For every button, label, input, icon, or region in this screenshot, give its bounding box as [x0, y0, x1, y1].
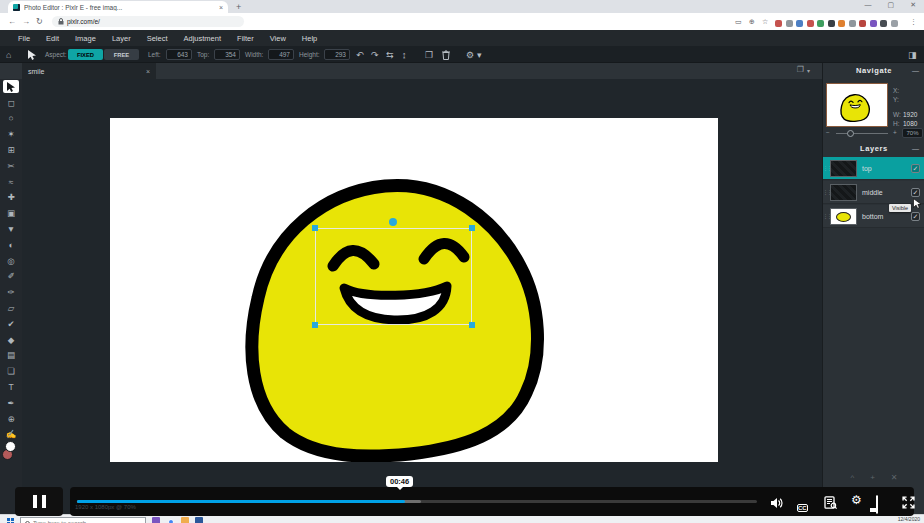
width-input[interactable] [268, 49, 294, 60]
navigate-minimize-icon[interactable]: — [912, 67, 919, 74]
zoom-slider-knob[interactable] [847, 130, 854, 137]
extension-icon[interactable] [828, 20, 835, 27]
player-settings-icon[interactable]: ⚙ [851, 494, 862, 506]
drag-handle-icon[interactable]: ⋮⋮ [823, 213, 830, 219]
tool-gradient[interactable]: ▤ [0, 348, 22, 364]
menu-layer[interactable]: Layer [104, 34, 139, 43]
home-icon[interactable]: ⌂ [6, 46, 11, 63]
extension-icon[interactable] [838, 20, 845, 27]
captions-icon[interactable]: CC [797, 496, 808, 514]
delete-icon[interactable] [442, 46, 450, 63]
tool-brush[interactable]: ✑ [0, 284, 22, 300]
zoom-page-icon[interactable]: ⊕ [749, 18, 755, 26]
drag-handle-icon[interactable]: ⋮⋮ [823, 165, 830, 171]
pause-button[interactable] [15, 487, 63, 516]
tool-arrange[interactable] [0, 79, 22, 95]
tool-pen[interactable]: ✐ [0, 269, 22, 285]
fullscreen-icon[interactable] [902, 495, 915, 513]
menu-image[interactable]: Image [67, 34, 104, 43]
window-close-icon[interactable]: ✕ [910, 1, 916, 9]
tool-draw[interactable]: ✔ [0, 316, 22, 332]
browser-tab[interactable]: Photo Editor : Pixlr E - free imag... × [8, 1, 228, 13]
aspect-fixed-button[interactable]: FIXED [68, 49, 103, 60]
tool-clone[interactable]: ▣ [0, 205, 22, 221]
taskbar-app-icon[interactable] [195, 517, 203, 523]
tool-liquify[interactable]: ≈ [0, 174, 22, 190]
document-tab-close-icon[interactable]: × [146, 68, 150, 75]
cascade-caret-icon[interactable]: ▾ [807, 67, 810, 74]
window-maximize-icon[interactable]: ▢ [888, 1, 895, 9]
taskbar-search[interactable] [20, 517, 146, 523]
tool-hand[interactable]: ✍ [0, 427, 22, 443]
video-progress-track[interactable] [77, 500, 757, 503]
add-layer-icon[interactable]: + [870, 473, 875, 482]
tool-settings-gear-icon[interactable]: ⚙ [466, 46, 474, 63]
extension-icon[interactable] [849, 20, 856, 27]
drag-handle-icon[interactable]: ⋮⋮ [823, 189, 830, 195]
extension-icon[interactable] [880, 20, 887, 27]
top-input[interactable] [214, 49, 240, 60]
menu-file[interactable]: File [10, 34, 38, 43]
zoom-percent-input[interactable] [902, 128, 923, 138]
menu-view[interactable]: View [262, 34, 294, 43]
tool-heal[interactable]: ✚ [0, 190, 22, 206]
tool-lasso[interactable]: ○ [0, 111, 22, 127]
selection-handle-se[interactable] [469, 322, 475, 328]
extension-icon[interactable] [891, 20, 898, 27]
taskbar-app-icon[interactable] [181, 517, 189, 523]
browser-menu-icon[interactable]: ⋮ [910, 18, 917, 26]
taskbar-app-icon[interactable] [152, 517, 160, 523]
canvas[interactable] [110, 118, 718, 462]
layer-visibility-checkbox[interactable]: ✓ [911, 164, 920, 173]
align-middle-icon[interactable]: ↨ [402, 46, 407, 63]
picture-in-picture-icon[interactable] [876, 496, 878, 514]
tool-wand[interactable]: ✶ [0, 126, 22, 142]
selection-handle-sw[interactable] [312, 322, 318, 328]
extension-icon[interactable] [817, 20, 824, 27]
window-minimize-icon[interactable]: — [865, 1, 872, 9]
foreground-color-swatch[interactable] [5, 441, 16, 452]
extension-icon[interactable] [775, 20, 782, 27]
extension-icon[interactable] [786, 20, 793, 27]
color-swatches[interactable] [0, 441, 22, 467]
menu-edit[interactable]: Edit [38, 34, 67, 43]
new-tab-button[interactable]: + [236, 2, 241, 12]
extension-icon[interactable] [796, 20, 803, 27]
bookmark-star-icon[interactable]: ☆ [762, 18, 768, 26]
menu-filter[interactable]: Filter [229, 34, 262, 43]
duplicate-icon[interactable]: ❐ [425, 46, 433, 63]
layer-row-top[interactable]: ⋮⋮ top ✓ [823, 157, 924, 180]
reload-icon[interactable]: ↻ [36, 17, 43, 26]
selection-handle-ne[interactable] [469, 225, 475, 231]
menu-help[interactable]: Help [294, 34, 325, 43]
forward-icon[interactable]: → [22, 17, 30, 26]
tool-shape[interactable]: ❏ [0, 363, 22, 379]
extension-icon[interactable] [859, 20, 866, 27]
zoom-in-icon[interactable]: + [893, 129, 897, 136]
navigate-thumbnail[interactable] [826, 83, 888, 127]
flip-horizontal-icon[interactable]: ⇆ [386, 46, 394, 63]
start-button-icon[interactable] [7, 518, 14, 523]
zoom-slider-track[interactable] [836, 133, 888, 134]
tool-pen-tool[interactable]: ✒ [0, 395, 22, 411]
selection-bounding-box[interactable] [315, 228, 472, 325]
left-input[interactable] [166, 49, 192, 60]
tool-cutout[interactable]: ✂ [0, 158, 22, 174]
tool-crop[interactable]: ⊞ [0, 142, 22, 158]
zoom-out-icon[interactable]: − [826, 129, 830, 136]
tool-blur[interactable]: ▼ [0, 221, 22, 237]
delete-layer-icon[interactable]: ✕ [891, 473, 898, 482]
collapse-icon[interactable]: ^ [850, 473, 854, 482]
tool-eraser[interactable]: ▱ [0, 300, 22, 316]
layer-row-middle[interactable]: ⋮⋮ middle ✓ [823, 181, 924, 204]
aspect-free-button[interactable]: FREE [104, 49, 139, 60]
tool-text[interactable]: T [0, 379, 22, 395]
undo-icon[interactable]: ↶ [356, 46, 364, 63]
tool-marquee[interactable]: ◻ [0, 95, 22, 111]
tool-zoom[interactable]: ⊕ [0, 411, 22, 427]
volume-icon[interactable] [770, 495, 784, 513]
tool-fill[interactable]: ◆ [0, 332, 22, 348]
address-bar[interactable]: pixlr.com/e/ [52, 16, 244, 27]
tab-close-icon[interactable]: × [219, 4, 223, 11]
height-input[interactable] [324, 49, 350, 60]
